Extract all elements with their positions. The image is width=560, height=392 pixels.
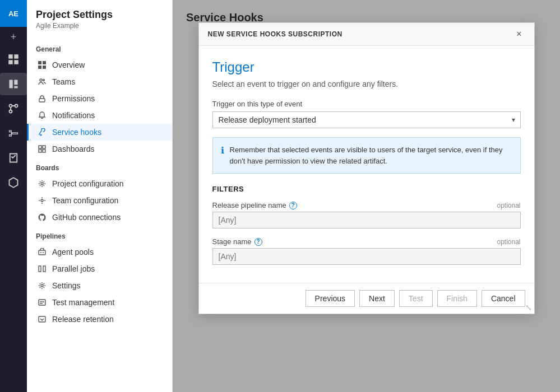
stage-name-label: Stage name xyxy=(212,237,252,246)
filter-label-left-2: Stage name ? xyxy=(212,237,262,246)
dashboard-icon xyxy=(38,144,47,153)
sidebar-item-overview[interactable]: Overview xyxy=(27,57,172,73)
overview-label: Overview xyxy=(52,60,85,69)
sidebar-item-project-config[interactable]: Project configuration xyxy=(27,175,172,192)
sidebar-item-test-management[interactable]: Test management xyxy=(27,294,172,311)
lock-icon xyxy=(38,94,47,103)
sidebar-item-parallel-jobs[interactable]: Parallel jobs xyxy=(27,260,172,277)
boards-nav-icon[interactable] xyxy=(0,73,27,95)
parallel-icon xyxy=(38,264,47,273)
project-configuration-label: Project configuration xyxy=(52,179,124,188)
app-logo: AE xyxy=(0,0,27,27)
trigger-select-wrapper: Release deployment started Build complet… xyxy=(212,111,521,128)
previous-button[interactable]: Previous xyxy=(306,290,355,307)
svg-point-23 xyxy=(43,252,44,253)
svg-rect-8 xyxy=(43,61,46,64)
svg-rect-21 xyxy=(39,250,45,255)
icon-bar: AE + xyxy=(0,0,27,392)
sidebar-item-release-retention[interactable]: Release retention xyxy=(27,311,172,328)
svg-rect-2 xyxy=(8,60,13,64)
hook-icon xyxy=(38,128,47,137)
svg-rect-13 xyxy=(39,99,45,102)
general-section-label: General xyxy=(27,39,172,57)
svg-rect-25 xyxy=(43,266,45,272)
release-pipeline-label: Release pipeline name xyxy=(212,201,286,209)
test-button[interactable]: Test xyxy=(399,290,433,307)
sidebar-item-service-hooks[interactable]: Service hooks xyxy=(27,124,172,141)
cancel-button[interactable]: Cancel xyxy=(482,290,525,307)
notifications-label: Notifications xyxy=(52,111,95,120)
svg-rect-16 xyxy=(43,146,45,148)
service-hooks-label: Service hooks xyxy=(52,128,101,137)
trigger-form-group: Trigger on this type of event Release de… xyxy=(212,100,521,128)
pipelines-nav-icon[interactable] xyxy=(0,122,27,144)
permissions-label: Permissions xyxy=(52,94,95,103)
sidebar-item-settings[interactable]: Settings xyxy=(27,277,172,294)
stage-name-filter: Stage name ? optional xyxy=(212,237,521,265)
info-text: Remember that selected events are visibl… xyxy=(230,144,512,166)
info-box: ℹ Remember that selected events are visi… xyxy=(212,137,521,174)
parallel-jobs-label: Parallel jobs xyxy=(52,264,95,273)
project-settings-title: Project Settings xyxy=(36,9,163,21)
add-project-button[interactable]: + xyxy=(0,27,27,47)
svg-point-14 xyxy=(40,134,42,136)
artifacts-nav-icon[interactable] xyxy=(0,171,27,194)
test-icon xyxy=(38,298,47,307)
release-pipeline-input[interactable] xyxy=(212,212,521,228)
svg-rect-9 xyxy=(38,66,41,69)
info-icon: ℹ xyxy=(221,145,224,156)
agent-icon xyxy=(38,248,47,256)
config-icon xyxy=(38,179,47,188)
trigger-section-title: Trigger xyxy=(212,59,521,75)
svg-point-26 xyxy=(41,284,43,287)
svg-rect-7 xyxy=(38,61,41,64)
trigger-section-desc: Select an event to trigger on and config… xyxy=(212,80,521,88)
finish-button[interactable]: Finish xyxy=(437,290,477,307)
resize-handle-icon: ⤡ xyxy=(525,304,532,311)
dashboards-label: Dashboards xyxy=(52,144,95,153)
sidebar-item-dashboards[interactable]: Dashboards xyxy=(27,141,172,157)
trigger-event-select[interactable]: Release deployment started Build complet… xyxy=(212,111,521,128)
sidebar-item-github[interactable]: GitHub connections xyxy=(27,209,172,226)
sidebar-item-notifications[interactable]: Notifications xyxy=(27,107,172,124)
svg-point-12 xyxy=(43,80,45,81)
sidebar-item-agent-pools[interactable]: Agent pools xyxy=(27,244,172,260)
stage-name-optional: optional xyxy=(497,238,520,246)
grid-icon xyxy=(38,60,47,69)
svg-rect-28 xyxy=(39,316,45,322)
test-management-label: Test management xyxy=(52,298,114,307)
filter-label-left-1: Release pipeline name ? xyxy=(212,201,297,209)
filters-label: FILTERS xyxy=(212,185,521,193)
home-nav-icon[interactable] xyxy=(0,48,27,71)
modal-footer: Previous Next Test Finish Cancel ⤡ xyxy=(199,283,534,314)
svg-point-11 xyxy=(40,79,42,81)
settings-label: Settings xyxy=(52,281,81,290)
sidebar-item-team-config[interactable]: Team configuration xyxy=(27,192,172,209)
filter-row-header-1: Release pipeline name ? optional xyxy=(212,201,521,209)
svg-rect-24 xyxy=(39,266,41,272)
release-retention-label: Release retention xyxy=(52,315,114,324)
stage-name-input[interactable] xyxy=(212,248,521,265)
boards-section-label: Boards xyxy=(27,157,172,175)
github-connections-label: GitHub connections xyxy=(52,213,121,222)
svg-point-19 xyxy=(41,183,43,185)
svg-rect-15 xyxy=(39,146,41,148)
repos-nav-icon[interactable] xyxy=(0,97,27,120)
svg-rect-17 xyxy=(39,150,41,152)
gear-icon xyxy=(38,281,47,290)
modal-body: Trigger Select an event to trigger on an… xyxy=(199,46,534,283)
sidebar: Project Settings Agile Example General O… xyxy=(27,0,173,392)
testplans-nav-icon[interactable] xyxy=(0,147,27,169)
release-icon xyxy=(38,315,47,324)
main-content: Service Hooks NEW SERVICE HOOKS SUBSCRIP… xyxy=(173,0,560,392)
team-configuration-label: Team configuration xyxy=(52,196,118,205)
bell-icon xyxy=(38,111,47,120)
stage-name-info-icon: ? xyxy=(254,238,262,246)
sidebar-item-teams[interactable]: Teams xyxy=(27,73,172,90)
modal-close-button[interactable]: × xyxy=(513,29,525,40)
svg-rect-27 xyxy=(39,300,45,305)
sidebar-item-permissions[interactable]: Permissions xyxy=(27,90,172,107)
svg-point-6 xyxy=(10,110,12,113)
next-button[interactable]: Next xyxy=(359,290,395,307)
modal-header: NEW SERVICE HOOKS SUBSCRIPTION × xyxy=(199,23,534,46)
